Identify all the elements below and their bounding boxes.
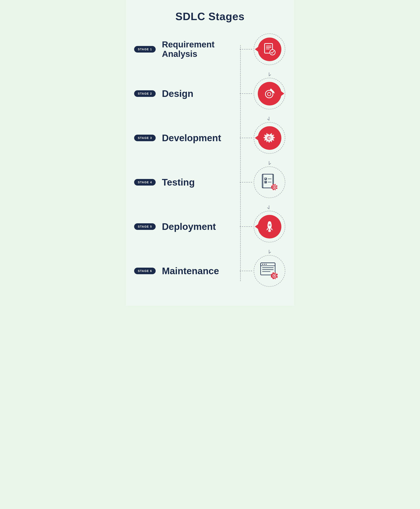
svg-point-6 <box>267 92 271 96</box>
svg-rect-57 <box>277 275 278 276</box>
testing-icon-circle <box>258 170 281 194</box>
svg-rect-54 <box>274 272 275 273</box>
svg-point-45 <box>262 264 263 265</box>
svg-rect-26 <box>274 189 275 191</box>
stage-badge-4: STAGE 4 <box>134 179 156 185</box>
svg-point-24 <box>274 186 275 188</box>
svg-point-41 <box>268 230 269 232</box>
stages-container: STAGE 1 RequirementAnalysis <box>134 33 286 293</box>
dashed-line-6 <box>240 271 252 271</box>
connector-arrow-3 <box>267 161 271 165</box>
icon-wrapper-4 <box>253 166 286 199</box>
connector-arrow-2 <box>267 116 271 121</box>
svg-point-4 <box>270 49 275 55</box>
icon-wrapper-1 <box>253 33 286 66</box>
stage-icon-5 <box>258 215 281 239</box>
stage-row-2: STAGE 2 Design <box>134 77 286 110</box>
icon-wrapper-2 <box>253 77 286 110</box>
svg-point-47 <box>266 264 267 265</box>
svg-marker-39 <box>271 228 273 230</box>
svg-rect-28 <box>277 186 278 188</box>
stage-icon-1 <box>258 38 281 61</box>
connector-arrow-1 <box>267 72 271 77</box>
page-title: SDLC Stages <box>134 10 286 23</box>
maintenance-icon <box>258 258 281 284</box>
connector-arrow-4 <box>267 205 271 210</box>
svg-point-53 <box>274 275 275 276</box>
icon-wrapper-5 <box>253 210 286 243</box>
dashed-line-2 <box>240 93 252 94</box>
stage-row-4: STAGE 4 Testing <box>134 166 286 199</box>
stage-row-3: STAGE 3 Development ⚙ <box>134 122 286 154</box>
dashed-line-3 <box>240 138 252 138</box>
stage-label-5: Deployment <box>162 222 239 232</box>
svg-rect-55 <box>274 278 275 280</box>
stage-label-4: Testing <box>162 177 239 188</box>
stage-badge-1: STAGE 1 <box>134 46 156 53</box>
testing-icon <box>258 169 281 196</box>
dashed-line-4 <box>240 182 252 182</box>
stage-badge-2: STAGE 2 <box>134 90 156 97</box>
development-icon: ⚙ <box>263 131 276 145</box>
svg-point-46 <box>264 264 265 265</box>
connector-arrow-5 <box>267 250 271 254</box>
stage-label-2: Design <box>162 88 239 99</box>
design-icon <box>263 87 276 100</box>
dashed-line-1 <box>240 49 252 49</box>
stage-label-3: Development <box>162 133 239 143</box>
icon-wrapper-3: ⚙ <box>253 122 286 154</box>
maintenance-icon-circle <box>258 259 281 283</box>
stage-badge-6: STAGE 6 <box>134 268 156 274</box>
svg-point-42 <box>270 230 271 232</box>
dashed-line-5 <box>240 226 252 227</box>
stage-row-1: STAGE 1 RequirementAnalysis <box>134 33 286 66</box>
stage-icon-3: ⚙ <box>258 126 281 150</box>
svg-marker-38 <box>266 228 268 230</box>
stage-row-6: STAGE 6 Maintenance <box>134 254 286 287</box>
svg-rect-25 <box>274 184 275 185</box>
stage-row-5: STAGE 5 Deployment <box>134 210 286 243</box>
page-container: SDLC Stages STAGE 1 RequirementAnalysis <box>126 0 294 306</box>
deployment-icon <box>263 220 276 233</box>
requirement-icon <box>263 43 276 56</box>
svg-rect-15 <box>263 174 273 188</box>
stage-badge-3: STAGE 3 <box>134 135 156 141</box>
stage-badge-5: STAGE 5 <box>134 223 156 230</box>
icon-wrapper-6 <box>253 254 286 287</box>
stage-icon-2 <box>258 82 281 106</box>
stage-label-6: Maintenance <box>162 266 239 276</box>
stage-label-1: RequirementAnalysis <box>162 40 239 59</box>
